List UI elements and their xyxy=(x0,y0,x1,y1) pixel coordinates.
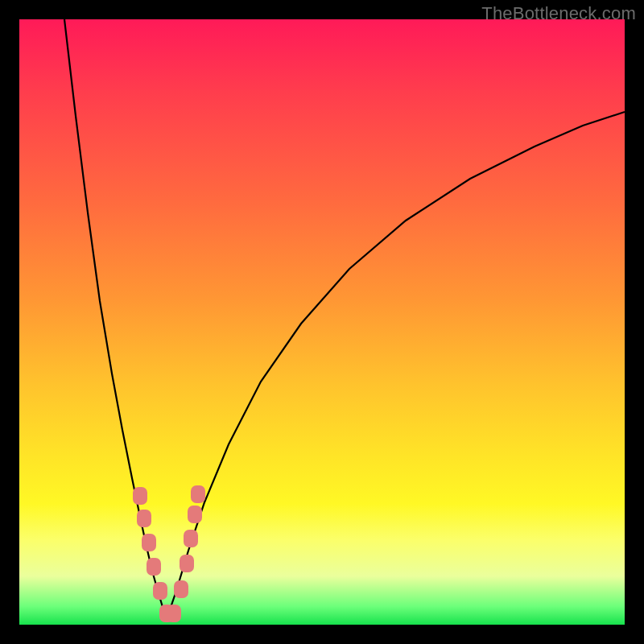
marker-point xyxy=(153,582,167,600)
chart-frame: TheBottleneck.com xyxy=(0,0,644,644)
plot-area xyxy=(19,19,625,625)
bottleneck-curve xyxy=(19,19,625,625)
marker-point xyxy=(188,506,202,523)
marker-point xyxy=(147,558,161,576)
marker-point xyxy=(184,530,198,547)
marker-point xyxy=(180,555,194,572)
marker-point xyxy=(142,534,156,551)
marker-point xyxy=(137,510,151,527)
marker-point xyxy=(133,487,147,505)
marker-point xyxy=(191,485,205,503)
curve-right-branch xyxy=(167,112,625,619)
marker-point xyxy=(167,605,181,622)
marker-point xyxy=(174,580,188,598)
curve-left-branch xyxy=(64,19,167,619)
